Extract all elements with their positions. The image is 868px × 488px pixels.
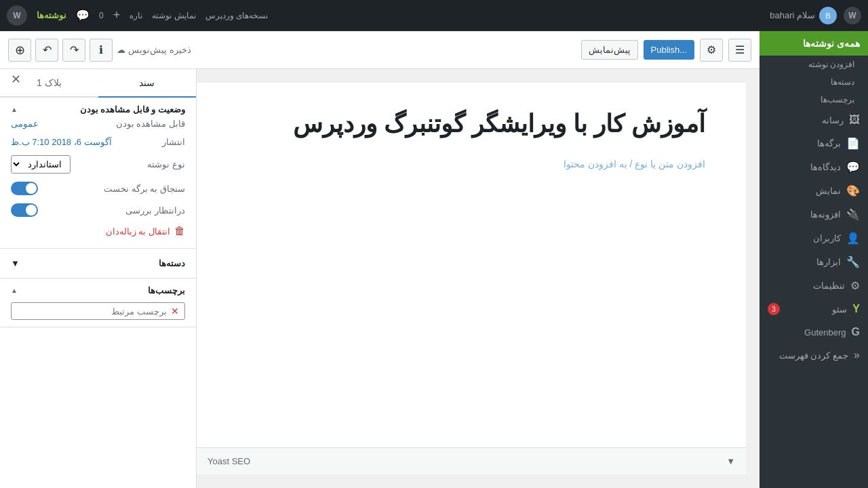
admin-bar-link-nare[interactable]: ناره bbox=[130, 11, 142, 20]
sticky-toggle[interactable] bbox=[11, 182, 38, 195]
pending-label: درانتظار بررسی bbox=[125, 205, 185, 216]
sidebar-label-gutenberg: Gutenberg bbox=[804, 327, 846, 338]
sidebar-item-media[interactable]: 🖼 رسانه bbox=[760, 108, 868, 131]
wp-logo-icon[interactable]: W bbox=[844, 7, 861, 24]
sidebar-item-tools[interactable]: 🔧 ابزارها bbox=[760, 250, 868, 274]
expand-bottom-arrow[interactable]: ▼ bbox=[726, 456, 735, 466]
visibility-label: قابل مشاهده بودن bbox=[116, 119, 185, 129]
tab-document-label: سند bbox=[139, 77, 155, 88]
add-block-icon: ⊕ bbox=[15, 43, 25, 58]
cloud-icon: ☁ bbox=[117, 45, 125, 55]
categories-label: دسته‌ها bbox=[159, 258, 185, 268]
add-content-placeholder[interactable]: افزودن متن یا نوع / به افزودن محتوا bbox=[237, 159, 705, 169]
sidebar-item-categories[interactable]: دسته‌ها bbox=[760, 73, 868, 91]
admin-bar-link-wp[interactable]: نسخه‌های وردپرس bbox=[205, 11, 268, 20]
user-avatar: B bbox=[819, 7, 837, 24]
sidebar-item-pages[interactable]: 📄 برگه‌ها bbox=[760, 131, 868, 155]
panel-close-button[interactable]: ✕ bbox=[5, 69, 26, 92]
seo-badge: 3 bbox=[768, 303, 780, 315]
sidebar-label-appearance: نمایش bbox=[816, 186, 841, 196]
undo-button[interactable]: ↶ bbox=[35, 39, 58, 62]
panel-tabs: سند بلاک 1 bbox=[0, 69, 196, 98]
editor-toolbar: ☰ ⚙ ...Publish پیش‌نمایش ذخیره پیش‌نویس … bbox=[0, 31, 760, 69]
publish-date-row: انتشار آگوست 6، 2018 7:10 ب.ظ bbox=[11, 133, 185, 151]
visibility-row: قابل مشاهده بودن عمومی bbox=[11, 115, 185, 133]
pages-icon: 📄 bbox=[846, 137, 860, 150]
pending-toggle[interactable] bbox=[11, 203, 38, 217]
admin-bar: W B سلام bahari نسخه‌های وردپرس نمایش نو… bbox=[0, 0, 868, 31]
admin-bar-link-view[interactable]: نمایش نوشته bbox=[152, 11, 195, 20]
current-page-label: نوشته‌ها bbox=[37, 10, 66, 20]
editor-area: ☰ ⚙ ...Publish پیش‌نمایش ذخیره پیش‌نویس … bbox=[0, 31, 760, 488]
save-draft-label: ذخیره پیش‌نویس ☁ bbox=[117, 45, 191, 55]
sidebar-label-plugins: افزونه‌ها bbox=[810, 209, 841, 220]
gutenberg-icon: G bbox=[852, 326, 860, 338]
sidebar-item-seo[interactable]: Y سئو 3 bbox=[760, 298, 868, 321]
post-content-area[interactable]: افزودن متن یا نوع / به افزودن محتوا bbox=[237, 159, 705, 294]
sidebar-item-collapse[interactable]: « جمع کردن فهرست bbox=[760, 344, 868, 367]
collapse-icon: « bbox=[854, 349, 860, 361]
move-to-trash-button[interactable]: 🗑 انتقال به زباله‌دان bbox=[11, 221, 185, 241]
post-type-select[interactable]: استاندارد bbox=[11, 155, 71, 174]
settings-icon: ⚙ bbox=[850, 279, 860, 292]
admin-bar-comments-count[interactable]: 0 bbox=[99, 11, 104, 20]
sidebar-label-pages: برگه‌ها bbox=[817, 138, 841, 148]
admin-bar-comment-icon: 💬 bbox=[76, 9, 90, 22]
sidebar-label-seo: سئو bbox=[832, 304, 847, 314]
status-visibility-header[interactable]: وضعیت و قابل مشاهده بودن ▲ bbox=[11, 104, 185, 115]
categories-header[interactable]: دسته‌ها ▼ bbox=[11, 256, 185, 271]
menu-icon: ☰ bbox=[735, 43, 745, 56]
post-editor[interactable]: آموزش کار با ویرایشگر گوتنبرگ وردپرس افز… bbox=[197, 83, 746, 474]
publish-date-label: انتشار bbox=[162, 137, 185, 147]
sidebar-item-appearance[interactable]: 🎨 نمایش bbox=[760, 179, 868, 203]
sidebar-item-settings[interactable]: ⚙ تنظیمات bbox=[760, 274, 868, 298]
sidebar-label-settings: تنظیمات bbox=[813, 281, 845, 291]
admin-bar-user: B سلام bahari bbox=[770, 7, 837, 24]
sticky-toggle-knob bbox=[26, 183, 37, 194]
sidebar-top-label[interactable]: همه‌ی نوشته‌ها bbox=[760, 31, 868, 56]
redo-button[interactable]: ↷ bbox=[62, 39, 85, 62]
visibility-value[interactable]: عمومی bbox=[11, 119, 39, 129]
preview-button[interactable]: پیش‌نمایش bbox=[581, 40, 638, 60]
sidebar-item-plugins[interactable]: 🔌 افزونه‌ها bbox=[760, 203, 868, 226]
sidebar: همه‌ی نوشته‌ها افزودن نوشته دسته‌ها برچس… bbox=[760, 31, 868, 488]
add-block-button[interactable]: ⊕ bbox=[8, 39, 31, 62]
main-layout: همه‌ی نوشته‌ها افزودن نوشته دسته‌ها برچس… bbox=[0, 31, 868, 488]
sidebar-item-comments[interactable]: 💬 دیدگاه‌ها bbox=[760, 155, 868, 179]
tools-icon: 🔧 bbox=[846, 256, 860, 268]
sidebar-item-add-post[interactable]: افزودن نوشته bbox=[760, 56, 868, 73]
trash-label: انتقال به زباله‌دان bbox=[106, 226, 170, 237]
tags-input[interactable] bbox=[17, 306, 167, 317]
sidebar-item-gutenberg[interactable]: G Gutenberg bbox=[760, 321, 868, 344]
wp-site-logo[interactable]: W bbox=[7, 5, 27, 26]
sidebar-label-collapse: جمع کردن فهرست bbox=[779, 350, 848, 361]
tab-document[interactable]: سند bbox=[98, 69, 197, 98]
publish-date-value[interactable]: آگوست 6، 2018 7:10 ب.ظ bbox=[11, 137, 112, 147]
settings-toggle-button[interactable]: ⚙ bbox=[700, 39, 723, 62]
post-title[interactable]: آموزش کار با ویرایشگر گوتنبرگ وردپرس bbox=[237, 110, 705, 138]
sidebar-label-users: کاربران bbox=[813, 233, 841, 243]
trash-icon: 🗑 bbox=[174, 225, 185, 237]
info-icon: ℹ bbox=[99, 43, 103, 56]
sidebar-label-tools: ابزارها bbox=[816, 257, 841, 267]
info-button[interactable]: ℹ bbox=[90, 39, 113, 62]
yoast-seo-label[interactable]: Yoast SEO bbox=[208, 456, 250, 466]
undo-icon: ↶ bbox=[43, 43, 52, 56]
tab-block-label: بلاک 1 bbox=[37, 77, 62, 88]
tags-label: برچسب‌ها bbox=[148, 285, 185, 296]
post-type-label: نوع نوشته bbox=[147, 159, 185, 169]
close-tag-icon[interactable]: ✕ bbox=[171, 306, 179, 317]
sidebar-item-tags[interactable]: برچسب‌ها bbox=[760, 91, 868, 108]
tags-header[interactable]: برچسب‌ها ▲ bbox=[11, 285, 185, 296]
admin-bar-add-icon[interactable]: + bbox=[113, 8, 121, 22]
redo-icon: ↷ bbox=[70, 43, 79, 56]
menu-toggle-button[interactable]: ☰ bbox=[728, 39, 751, 62]
sidebar-panel: سند بلاک 1 ✕ وضعیت و قابل مشاهده بودن ▲ bbox=[0, 69, 197, 488]
add-content-text: افزودن متن یا نوع / به افزودن محتوا bbox=[564, 159, 705, 169]
admin-bar-links: نسخه‌های وردپرس نمایش نوشته ناره + 0 💬 ن… bbox=[7, 5, 268, 26]
tags-input-row[interactable]: ✕ bbox=[11, 302, 185, 320]
publish-button[interactable]: ...Publish bbox=[644, 40, 694, 60]
toolbar-right-icons: ذخیره پیش‌نویس ☁ ℹ ↷ ↶ ⊕ bbox=[8, 39, 191, 62]
sidebar-item-users[interactable]: 👤 کاربران bbox=[760, 226, 868, 250]
user-name-label: سلام bahari bbox=[770, 10, 815, 20]
